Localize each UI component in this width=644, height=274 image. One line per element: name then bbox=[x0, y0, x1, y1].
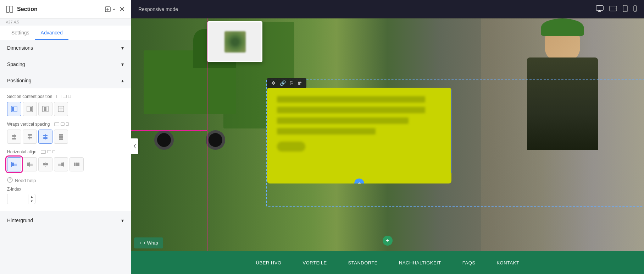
scp-btn-2[interactable] bbox=[23, 102, 37, 116]
dimensions-chevron bbox=[121, 45, 124, 51]
scp-screen-icons bbox=[56, 95, 71, 98]
device-tablet-h-icon[interactable] bbox=[609, 6, 617, 13]
cb-move-btn[interactable]: ✥ bbox=[270, 80, 277, 87]
scp-label: Section content position bbox=[7, 94, 124, 99]
blue-edge-line bbox=[451, 88, 451, 173]
svg-rect-6 bbox=[12, 107, 14, 111]
scp-btn-4[interactable] bbox=[54, 102, 68, 116]
ha-btn-5[interactable] bbox=[70, 157, 84, 171]
nav-item-uber[interactable]: ÜBER HVO bbox=[256, 260, 282, 265]
svg-rect-39 bbox=[61, 163, 64, 166]
svg-rect-16 bbox=[12, 135, 16, 137]
magenta-arrow: ← bbox=[199, 127, 205, 135]
cb-copy-btn[interactable]: ⎘ bbox=[289, 80, 294, 87]
need-help-link[interactable]: ? Need help bbox=[7, 177, 124, 184]
dimensions-section: Dimensions bbox=[0, 40, 131, 56]
magenta-line-horizontal bbox=[131, 130, 207, 131]
wvs-btn-4[interactable] bbox=[54, 130, 68, 144]
svg-rect-44 bbox=[78, 163, 79, 166]
panel-scroll-area[interactable]: Dimensions Spacing Positioning Section c… bbox=[0, 40, 131, 274]
main-area: Responsive mode bbox=[131, 0, 644, 274]
section-icon bbox=[6, 5, 13, 13]
collapse-panel-arrow[interactable] bbox=[131, 138, 138, 154]
panel-tabs: Settings Advanced bbox=[0, 26, 131, 40]
blurred-btn bbox=[277, 142, 305, 152]
ha-btn-4[interactable] bbox=[54, 157, 68, 171]
z-index-decrement[interactable]: ▼ bbox=[28, 199, 35, 204]
wvs-screen-icon-md bbox=[61, 122, 65, 126]
svg-rect-8 bbox=[30, 107, 32, 111]
positioning-content: Section content position bbox=[0, 88, 131, 211]
nav-item-vorteile[interactable]: VORTEILE bbox=[303, 260, 327, 265]
svg-rect-43 bbox=[76, 163, 78, 166]
content-box-toolbar: ✥ 🔗 ⎘ 🗑 bbox=[267, 78, 306, 88]
svg-rect-33 bbox=[14, 164, 17, 166]
add-panel-btn[interactable] bbox=[105, 6, 116, 12]
wvs-btn-2[interactable] bbox=[23, 130, 37, 144]
wvs-screen-icon-sm bbox=[66, 122, 69, 126]
hintergrund-header[interactable]: Hintergrund bbox=[0, 213, 131, 228]
question-icon: ? bbox=[7, 177, 13, 184]
svg-rect-26 bbox=[43, 137, 48, 139]
truck-wheel-left bbox=[154, 130, 174, 150]
scp-btn-3[interactable] bbox=[38, 102, 52, 116]
topbar-right: ✕ bbox=[105, 5, 125, 13]
svg-rect-0 bbox=[6, 6, 9, 12]
spacing-section: Spacing bbox=[0, 56, 131, 72]
tab-advanced[interactable]: Advanced bbox=[35, 26, 68, 40]
wvs-btn-3[interactable] bbox=[38, 130, 52, 144]
nav-item-nachhaltigkeit[interactable]: NACHHALTIGKEIT bbox=[399, 260, 441, 265]
device-mobile-icon[interactable] bbox=[633, 5, 637, 13]
svg-rect-34 bbox=[27, 163, 29, 166]
add-section-plus[interactable]: + bbox=[383, 236, 393, 246]
nav-item-standorte[interactable]: STANDORTE bbox=[348, 260, 378, 265]
nav-item-kontakt[interactable]: KONTAKT bbox=[496, 260, 519, 265]
scp-btn-1[interactable] bbox=[7, 102, 21, 116]
wvs-label: Wraps vertical spacing bbox=[7, 122, 124, 127]
person-area bbox=[481, 18, 644, 251]
wvs-btn-1[interactable] bbox=[7, 130, 21, 144]
svg-rect-28 bbox=[59, 134, 63, 136]
tab-settings[interactable]: Settings bbox=[6, 26, 35, 40]
ha-btn-3[interactable] bbox=[38, 157, 52, 171]
svg-point-51 bbox=[616, 8, 616, 9]
thumb-content bbox=[224, 31, 246, 53]
svg-rect-18 bbox=[12, 138, 16, 139]
content-box[interactable]: + bbox=[267, 88, 451, 183]
blurred-text-2 bbox=[277, 107, 425, 113]
main-toolbar: Responsive mode bbox=[131, 0, 644, 18]
spacing-header[interactable]: Spacing bbox=[0, 56, 131, 72]
topbar-left: Section bbox=[6, 5, 38, 13]
hintergrund-chevron bbox=[121, 218, 124, 223]
svg-rect-36 bbox=[30, 164, 33, 166]
device-tablet-v-icon[interactable] bbox=[623, 5, 628, 13]
svg-rect-29 bbox=[59, 136, 63, 138]
wvs-screen-icons bbox=[54, 122, 69, 126]
svg-rect-42 bbox=[74, 163, 76, 166]
panel-topbar: Section ✕ bbox=[0, 0, 131, 18]
device-desktop-icon[interactable] bbox=[596, 5, 604, 13]
ha-screen-icon-md bbox=[47, 150, 51, 153]
ha-btn-2[interactable] bbox=[23, 157, 37, 171]
dimensions-header[interactable]: Dimensions bbox=[0, 40, 131, 56]
screen-icon-sm bbox=[68, 95, 71, 98]
cb-link-btn[interactable]: 🔗 bbox=[278, 80, 287, 87]
z-index-spinner: ▲ ▼ bbox=[28, 194, 35, 204]
content-box-plus-handle[interactable]: + bbox=[354, 179, 364, 183]
blurred-text-1 bbox=[277, 96, 425, 103]
z-index-input[interactable] bbox=[7, 194, 28, 204]
nav-item-faqs[interactable]: FAQS bbox=[462, 260, 476, 265]
close-panel-btn[interactable]: ✕ bbox=[119, 5, 125, 13]
cb-delete-btn[interactable]: 🗑 bbox=[296, 80, 304, 87]
screen-icon-md bbox=[63, 95, 67, 98]
left-panel: Section ✕ V27.4.5 Settings Advanced bbox=[0, 0, 131, 274]
svg-point-55 bbox=[635, 10, 635, 11]
ha-btn-1[interactable] bbox=[7, 157, 21, 171]
positioning-header[interactable]: Positioning bbox=[0, 73, 131, 88]
z-index-increment[interactable]: ▲ bbox=[28, 194, 35, 199]
screen-icon-lg bbox=[56, 95, 61, 98]
wvs-btn-group bbox=[7, 130, 124, 144]
svg-rect-19 bbox=[28, 134, 32, 136]
svg-rect-47 bbox=[596, 6, 603, 10]
wrap-button[interactable]: + + Wrap bbox=[134, 237, 163, 248]
